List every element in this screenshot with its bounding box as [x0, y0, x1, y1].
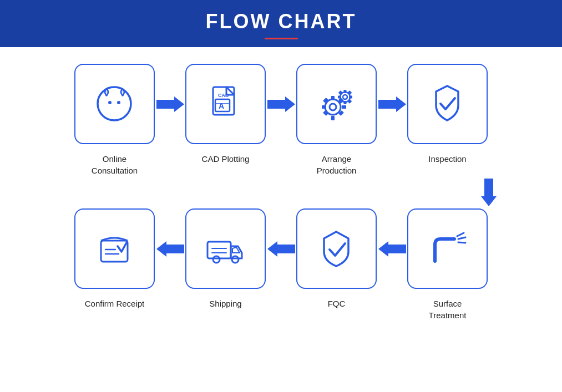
step-arrange-production: [296, 64, 377, 144]
shipping-icon: [202, 225, 249, 272]
inspection-icon: [424, 80, 471, 128]
svg-line-45: [458, 237, 465, 239]
arrow-shipping-fqc: [266, 241, 296, 257]
step-fqc: [296, 208, 377, 289]
label-cad-plotting: CAD Plotting: [185, 150, 266, 165]
svg-point-21: [343, 95, 347, 99]
svg-marker-36: [156, 241, 184, 257]
svg-line-44: [457, 233, 464, 236]
row2-labels: Confirm Receipt Shipping FQC SurfaceTrea…: [33, 294, 529, 321]
header-section: FLOW CHART: [0, 0, 562, 47]
step-shipping: [185, 208, 266, 289]
page-wrapper: FLOW CHART: [0, 0, 562, 332]
svg-text:CAD: CAD: [218, 93, 229, 98]
svg-point-39: [232, 256, 239, 263]
svg-rect-37: [207, 242, 231, 258]
row2-boxes: [33, 208, 529, 289]
svg-marker-42: [267, 241, 295, 257]
svg-marker-9: [267, 96, 295, 112]
svg-rect-15: [342, 105, 346, 109]
flowchart-content: CAD A: [0, 47, 562, 332]
svg-rect-14: [322, 105, 326, 109]
label-confirm-receipt: Confirm Receipt: [74, 294, 155, 309]
svg-point-10: [325, 99, 341, 115]
step-cad-plotting: CAD A: [185, 64, 266, 144]
label-shipping: Shipping: [185, 294, 266, 309]
left-arrow-icon: [156, 241, 184, 257]
label-arrange-production: ArrangeProduction: [296, 150, 377, 176]
down-arrow-icon: [481, 179, 497, 206]
svg-rect-22: [344, 90, 347, 93]
svg-marker-3: [156, 96, 184, 112]
svg-point-1: [108, 101, 112, 104]
arrange-production-icon: [313, 80, 360, 128]
label-fqc: FQC: [296, 294, 377, 309]
right-arrow-icon: [267, 96, 295, 112]
right-arrow-icon: [156, 96, 184, 112]
svg-point-2: [117, 101, 120, 104]
svg-marker-30: [378, 96, 406, 112]
label-surface-treatment: SurfaceTreatment: [407, 294, 488, 321]
step-confirm-receipt: [74, 208, 155, 289]
right-arrow-icon: [378, 96, 406, 112]
header-underline: [265, 38, 298, 39]
left-arrow-icon: [378, 241, 406, 257]
svg-point-20: [340, 92, 350, 102]
step-surface-treatment: [407, 208, 488, 289]
svg-point-38: [213, 256, 220, 263]
arrow-receipt-shipping: [155, 241, 185, 257]
arrow-fqc-surface: [377, 241, 407, 257]
confirm-receipt-icon: [91, 225, 138, 272]
down-arrow-container: [33, 179, 529, 206]
arrow-2-3: [266, 96, 296, 112]
svg-point-11: [330, 104, 336, 110]
page-title: FLOW CHART: [0, 10, 562, 33]
arrow-1-2: [155, 96, 185, 112]
row1-boxes: CAD A: [33, 64, 529, 144]
online-consultation-icon: [91, 80, 138, 128]
svg-rect-24: [338, 96, 341, 99]
svg-rect-25: [349, 96, 352, 99]
svg-marker-31: [481, 179, 497, 206]
step-inspection: [407, 64, 488, 144]
down-arrow: [448, 179, 529, 206]
svg-rect-23: [344, 101, 347, 104]
fqc-icon: [313, 225, 360, 272]
label-inspection: Inspection: [407, 150, 488, 165]
svg-rect-13: [331, 116, 335, 120]
left-arrow-icon: [267, 241, 295, 257]
svg-point-0: [98, 87, 131, 120]
arrow-3-4: [377, 96, 407, 112]
svg-text:A: A: [219, 101, 224, 110]
svg-rect-18: [323, 110, 328, 116]
svg-line-46: [458, 242, 465, 243]
surface-treatment-icon: [424, 225, 471, 272]
svg-rect-32: [101, 241, 128, 262]
step-online-consultation: [74, 64, 155, 144]
label-online-consultation: OnlineConsultation: [74, 150, 155, 176]
svg-marker-43: [378, 241, 406, 257]
svg-rect-12: [331, 96, 335, 100]
cad-plotting-icon: CAD A: [202, 80, 249, 128]
row1-labels: OnlineConsultation CAD Plotting ArrangeP…: [33, 150, 529, 176]
